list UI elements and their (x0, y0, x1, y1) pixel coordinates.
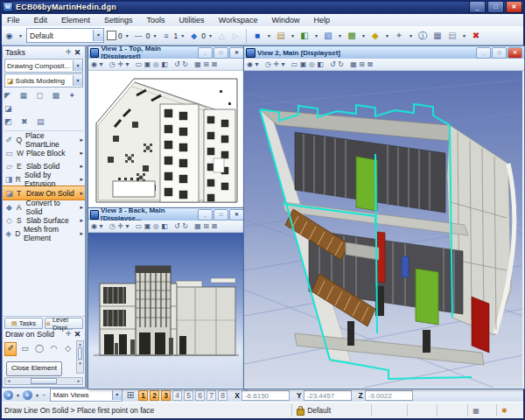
active-level-combo[interactable]: Default ▾ (26, 28, 104, 43)
status-cell[interactable] (437, 404, 467, 416)
chevron-down-icon[interactable]: ▾ (179, 32, 186, 38)
draw-line-on-solid-icon[interactable]: ✐ (4, 342, 17, 356)
manage-view-groups-icon[interactable]: ⊞ (127, 390, 134, 400)
minimize-button[interactable]: _ (469, 1, 486, 13)
draw-shape-on-solid-icon[interactable]: ◇ (62, 342, 74, 356)
saved-views-icon[interactable]: ✦ (393, 31, 405, 40)
tool-settings-scrollbar[interactable]: ▴▾ (76, 340, 84, 374)
view-toggle-8[interactable]: 8 (218, 390, 228, 401)
scroll-left-icon[interactable]: ◂ (5, 378, 12, 384)
design-history-cell[interactable]: ✱ (496, 404, 525, 416)
chevron-down-icon[interactable]: ▾ (73, 60, 82, 71)
chevron-down-icon[interactable]: ▾ (34, 392, 40, 398)
models-icon[interactable]: ■ (251, 31, 263, 40)
status-cell[interactable] (371, 404, 407, 416)
chevron-down-icon[interactable]: ▾ (124, 32, 130, 38)
z-coord-field[interactable]: -9.0022 (365, 390, 413, 401)
close-element-button[interactable]: Close Element (6, 361, 62, 376)
popset-icon[interactable]: ✖ (470, 31, 482, 40)
task-mesh-from-element[interactable]: ◈ D Mesh from Element ▸ (3, 227, 85, 240)
scroll-right-icon[interactable]: ▸ (75, 378, 82, 384)
maximize-button[interactable]: □ (487, 1, 504, 13)
maximize-icon[interactable]: □ (492, 47, 507, 59)
maximize-icon[interactable]: □ (214, 209, 228, 220)
chevron-down-icon[interactable]: ▾ (337, 32, 343, 38)
menu-window[interactable]: Window (264, 14, 306, 26)
tool-settings-hscrollbar[interactable]: ◂▸ (4, 377, 83, 385)
menu-file[interactable]: File (0, 14, 27, 26)
task-convert-to-solid[interactable]: ◆ A Convert to Solid ▸ (3, 200, 85, 214)
active-line-style-control[interactable]: — 0 ▾ (133, 32, 158, 40)
view-toggle-2[interactable]: 2 (150, 390, 159, 401)
task-tool-icons-strip[interactable]: ◤ ▦ ◻ ▩ ✦ ◪ ◩ ✖ ▤ (4, 89, 83, 131)
elevation-drawing[interactable] (88, 233, 244, 388)
view-toggle-7[interactable]: 7 (206, 390, 216, 401)
scrollbar-thumb[interactable] (78, 347, 82, 360)
view3-toolbar[interactable]: ◉▾ ◷✛▾ ▭▣◎◧ ↺↻ ▦⊞⊠ (88, 220, 246, 233)
close-icon[interactable]: ✕ (229, 47, 244, 59)
close-icon[interactable]: ✕ (508, 47, 522, 59)
task-group-dropdown[interactable]: ◪ Solids Modeling ▾ (4, 74, 83, 88)
menu-help[interactable]: Help (307, 14, 338, 26)
draw-rectangle-on-solid-icon[interactable]: ▭ (18, 342, 31, 356)
view-window-toolbar-icons[interactable]: ◉▾ ◷✛▾ ▭▣◎◧ ↺↻ ▦⊞⊠ (91, 60, 220, 68)
chevron-down-icon[interactable]: ▾ (93, 30, 103, 41)
active-transparency-control[interactable]: ◆ 0 ▾ (188, 32, 214, 40)
draw-circle-on-solid-icon[interactable]: ◯ (33, 342, 46, 356)
view-toggle-1[interactable]: 1 (138, 390, 148, 401)
iso-3d-model[interactable] (244, 71, 522, 388)
task-solid-by-extrusion[interactable]: ◨ R Solid by Extrusion ▸ (3, 172, 85, 186)
view2-titlebar[interactable]: View 2, Main [Displayset] _ □ ✕ (244, 46, 524, 59)
status-cell[interactable] (407, 404, 438, 416)
menu-edit[interactable]: Edit (27, 14, 55, 26)
chevron-down-icon[interactable]: ▾ (461, 32, 467, 38)
task-tools-row-2[interactable]: ◩ ✖ ▤ (4, 116, 83, 129)
chevron-down-icon[interactable]: ▾ (73, 75, 82, 86)
element-template-icon[interactable]: ◉ (4, 32, 15, 40)
point-clouds-icon[interactable]: ◆ (369, 31, 382, 40)
view-window-toolbar-icons[interactable]: ◉▾ ◷✛▾ ▭▣◎◧ ↺↻ ▦⊞⊠ (91, 222, 220, 230)
scrollbar-thumb[interactable] (31, 378, 57, 384)
view2-toolbar[interactable]: ◉▾ ◷✛▾ ▭▣◎◧ ↺↻ ▦⊞⊠ (244, 59, 524, 71)
snap-mode-icon[interactable]: ▦ (472, 407, 480, 415)
view-toggle-5[interactable]: 5 (184, 390, 193, 401)
chevron-down-icon[interactable]: ▾ (112, 390, 122, 400)
references-icon[interactable]: ▧ (322, 31, 334, 40)
close-icon[interactable]: ✕ (73, 48, 82, 57)
chevron-down-icon[interactable]: ▾ (151, 32, 158, 38)
menu-settings[interactable]: Settings (97, 14, 140, 26)
chevron-down-icon[interactable]: ▾ (266, 32, 272, 38)
active-level-cell[interactable]: Default (291, 404, 371, 416)
close-icon[interactable]: ✕ (73, 330, 82, 339)
raster-manager-icon[interactable]: ▩ (346, 31, 358, 40)
view-toggle-6[interactable]: 6 (195, 390, 205, 401)
chevron-down-icon[interactable]: ▾ (384, 32, 390, 38)
menu-tools[interactable]: Tools (140, 14, 172, 26)
chevron-down-icon[interactable]: ▾ (360, 32, 367, 38)
design-history-icon[interactable]: ✱ (501, 407, 508, 415)
view-toggle-4[interactable]: 4 (172, 390, 182, 401)
chevron-down-icon[interactable]: ▾ (207, 32, 214, 38)
menu-utilities[interactable]: Utilities (172, 14, 212, 26)
chevron-down-icon[interactable]: ▾ (290, 32, 296, 38)
pin-icon[interactable]: ✛ (64, 330, 73, 338)
close-icon[interactable]: ✕ (229, 209, 244, 220)
element-template-dropdown-icon[interactable]: ▾ (18, 32, 24, 38)
minimize-icon[interactable]: _ (198, 209, 213, 220)
key-in-icon[interactable]: ▤ (446, 31, 458, 40)
chevron-down-icon[interactable]: ▾ (408, 32, 414, 38)
chevron-down-icon[interactable]: ▾ (15, 392, 21, 398)
task-tools-row-1[interactable]: ◤ ▦ ◻ ▩ ✦ ◪ (4, 89, 83, 116)
view3-titlebar[interactable]: View 3 - Back, Main [Displayse... _ □ ✕ (88, 208, 246, 220)
view1-titlebar[interactable]: View 1 - Top, Main [Displayset] _ □ ✕ (88, 46, 246, 59)
active-line-weight-control[interactable]: ≡ 1 ▾ (160, 32, 186, 40)
view-group-combo[interactable]: Main Views ▾ (50, 388, 122, 402)
view2-canvas[interactable] (244, 71, 524, 388)
menu-element[interactable]: Element (54, 14, 97, 26)
view3-canvas[interactable] (88, 233, 246, 388)
forward-icon[interactable]: ▸ (23, 390, 32, 400)
level-manager-icon[interactable]: ▤ (275, 31, 287, 40)
back-icon[interactable]: ◂ (4, 390, 13, 400)
snap-mode-cell[interactable]: ▦ (467, 404, 496, 416)
menu-workspace[interactable]: Workspace (212, 14, 265, 26)
